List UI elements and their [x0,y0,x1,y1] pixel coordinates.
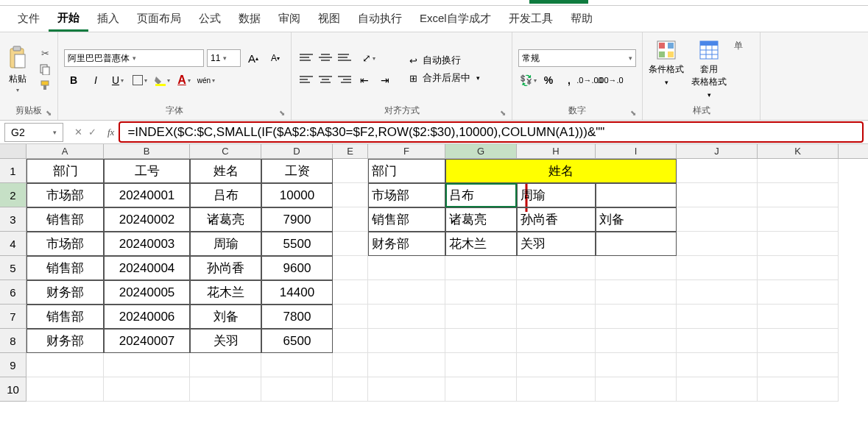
tab-file[interactable]: 文件 [9,7,49,30]
tab-help[interactable]: 帮助 [562,7,601,30]
cell[interactable]: 孙尚香 [517,207,596,232]
tab-auto[interactable]: 自动执行 [349,7,411,30]
cell[interactable]: 花木兰 [445,232,517,256]
accounting-format-icon[interactable]: 💱 [518,71,537,89]
name-box[interactable]: G2▾ [4,123,63,142]
row-header[interactable]: 9 [0,353,27,377]
cell[interactable] [333,232,368,256]
percent-icon[interactable]: % [539,71,558,89]
cell[interactable]: 诸葛亮 [190,207,261,232]
tab-review[interactable]: 审阅 [269,7,309,30]
cell-active[interactable]: 吕布 [445,183,517,207]
font-launcher[interactable]: ⬊ [279,109,285,117]
cell[interactable] [104,353,190,377]
cell[interactable] [517,280,596,305]
cell[interactable] [368,329,445,353]
row-header[interactable]: 8 [0,329,27,353]
phonetic-button[interactable]: wén [197,71,216,89]
cell[interactable] [596,280,677,305]
cell-merged[interactable]: 姓名 [445,159,677,183]
alignment-launcher[interactable]: ⬊ [500,109,506,117]
cell[interactable] [261,353,333,377]
cell[interactable]: 刘备 [190,305,261,329]
cell[interactable] [596,377,677,402]
cell[interactable] [333,305,368,329]
cell[interactable] [445,329,517,353]
cell[interactable]: 销售部 [27,305,104,329]
col-header-C[interactable]: C [190,144,261,158]
italic-button[interactable]: I [86,71,105,89]
cell[interactable] [190,377,261,402]
cell[interactable]: 5500 [261,232,333,256]
tab-pagelayout[interactable]: 页面布局 [128,7,190,30]
tab-formulas[interactable]: 公式 [190,7,230,30]
cell[interactable] [333,183,368,207]
cell[interactable] [596,305,677,329]
row-header[interactable]: 3 [0,207,27,232]
tab-view[interactable]: 视图 [309,7,349,30]
cell[interactable] [445,256,517,280]
cell[interactable] [445,280,517,305]
cell[interactable] [368,353,445,377]
cell[interactable]: 吕布 [190,183,261,207]
col-header-J[interactable]: J [677,144,758,158]
cell[interactable] [517,305,596,329]
copy-icon[interactable] [38,63,52,76]
cell[interactable]: 销售部 [27,207,104,232]
cell[interactable]: 关羽 [190,329,261,353]
cell[interactable] [517,256,596,280]
cell[interactable] [677,305,758,329]
cell[interactable] [596,232,677,256]
align-right-icon[interactable] [336,71,353,88]
cell[interactable] [677,353,758,377]
col-header-K[interactable]: K [758,144,839,158]
cell[interactable]: 诸葛亮 [445,207,517,232]
cell[interactable] [27,377,104,402]
fx-icon[interactable]: fx [103,127,119,138]
cell[interactable]: 20240005 [104,280,190,305]
cell[interactable] [758,207,839,232]
cell[interactable] [596,183,677,207]
cell[interactable]: 孙尚香 [190,256,261,280]
row-header[interactable]: 2 [0,183,27,207]
cell[interactable] [677,280,758,305]
cell[interactable] [445,353,517,377]
cell[interactable]: 20240007 [104,329,190,353]
cell[interactable] [333,353,368,377]
cell[interactable] [758,353,839,377]
cell[interactable] [758,183,839,207]
cell[interactable] [677,329,758,353]
col-header-I[interactable]: I [596,144,677,158]
align-top-icon[interactable] [297,49,315,65]
comma-icon[interactable]: , [560,71,579,89]
cell[interactable]: 财务部 [27,280,104,305]
row-header[interactable]: 10 [0,377,27,402]
tab-developer[interactable]: 开发工具 [500,7,562,30]
cell[interactable] [261,377,333,402]
cell[interactable] [677,256,758,280]
cell[interactable]: 9600 [261,256,333,280]
cell[interactable]: 20240003 [104,232,190,256]
cell[interactable] [517,353,596,377]
cell[interactable]: 财务部 [27,329,104,353]
col-header-H[interactable]: H [517,144,596,158]
cell[interactable] [596,329,677,353]
cell[interactable] [333,256,368,280]
cell[interactable] [104,377,190,402]
row-header[interactable]: 4 [0,232,27,256]
clipboard-launcher[interactable]: ⬊ [46,109,52,117]
cell[interactable] [758,232,839,256]
cell[interactable] [758,280,839,305]
cell[interactable] [758,256,839,280]
select-all-corner[interactable] [0,144,27,158]
row-header[interactable]: 5 [0,256,27,280]
col-header-B[interactable]: B [104,144,190,158]
cell[interactable]: 关羽 [517,232,596,256]
cell[interactable] [368,305,445,329]
cell-styles-button[interactable]: 单 [734,40,743,99]
cell[interactable]: 工资 [261,159,333,183]
col-header-D[interactable]: D [261,144,333,158]
format-painter-icon[interactable] [38,79,52,92]
cell[interactable] [758,377,839,402]
paste-button[interactable] [6,45,29,71]
